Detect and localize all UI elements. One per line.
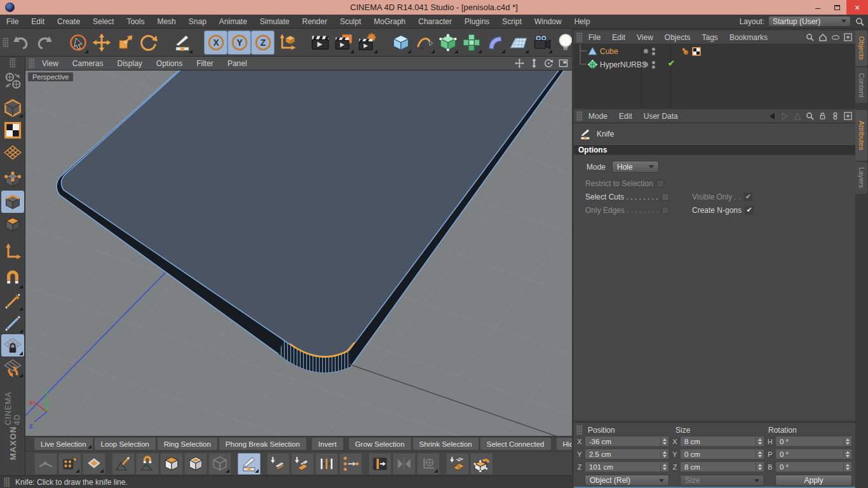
menu-script[interactable]: Script — [496, 17, 528, 26]
spinner[interactable] — [660, 437, 667, 445]
snap-button[interactable] — [1, 268, 24, 290]
add-hypernurbs-button[interactable] — [436, 30, 459, 55]
tab-content[interactable]: Content — [855, 67, 867, 103]
extrude-tool-button[interactable] — [160, 453, 183, 475]
bridge-tool-button[interactable] — [315, 453, 338, 475]
rail-grip[interactable] — [10, 58, 16, 68]
attributes-menu-mode[interactable]: Mode — [583, 112, 613, 121]
toolbar-grip[interactable] — [3, 37, 9, 48]
viewport-menu-panel[interactable]: Panel — [220, 59, 254, 68]
viewport-canvas[interactable]: Perspective — [25, 71, 574, 436]
size-x-field[interactable]: 8 cm — [680, 436, 764, 447]
eye-icon[interactable] — [831, 32, 840, 42]
minimize-button[interactable]: – — [808, 0, 827, 15]
objects-menu-objects[interactable]: Objects — [659, 33, 696, 42]
search-icon[interactable] — [805, 111, 815, 121]
model-mode-button[interactable] — [1, 97, 24, 119]
home-icon[interactable] — [818, 32, 827, 42]
extrude-inner-tool-button[interactable] — [184, 453, 207, 475]
select-cuts-checkbox[interactable] — [661, 193, 669, 201]
position-z-field[interactable]: 101 cm — [585, 461, 669, 472]
redo-button[interactable] — [32, 30, 56, 55]
invert-command[interactable]: Invert — [312, 438, 343, 450]
attributes-grip[interactable] — [576, 111, 583, 121]
add-environment-button[interactable] — [506, 30, 530, 55]
viewport-menu-view[interactable]: View — [35, 59, 65, 68]
workplane-align-button[interactable] — [1, 356, 24, 379]
tab-objects[interactable]: Objects — [855, 30, 867, 66]
hide-selected-command[interactable]: Hide Selected — [557, 438, 574, 450]
polygon-pen-tool-button[interactable] — [83, 453, 105, 475]
object-row-cube[interactable]: Cube — [574, 44, 855, 58]
create-point-tool-button[interactable] — [58, 453, 81, 475]
coords-grip[interactable] — [576, 425, 583, 435]
add-mograph-button[interactable] — [459, 30, 483, 55]
viewport-rotate-icon[interactable] — [543, 58, 554, 69]
viewport-view-label[interactable]: Perspective — [28, 72, 73, 81]
link-icon[interactable] — [831, 111, 840, 121]
history-back-icon[interactable] — [767, 111, 776, 121]
mirror-tool-button[interactable] — [393, 453, 416, 475]
add-deformer-button[interactable] — [483, 30, 506, 55]
object-label[interactable]: HyperNURBS — [600, 60, 647, 69]
lock-icon[interactable] — [818, 111, 827, 121]
menu-sculpt[interactable]: Sculpt — [334, 17, 367, 26]
menu-select[interactable]: Select — [86, 17, 120, 26]
visibility-dots[interactable] — [644, 48, 665, 55]
menu-render[interactable]: Render — [296, 17, 334, 26]
viewport-menu-cameras[interactable]: Cameras — [65, 59, 111, 68]
stitch-sew-tool-button[interactable] — [267, 453, 290, 475]
add-cube-button[interactable] — [389, 30, 412, 55]
add-camera-button[interactable] — [530, 30, 553, 55]
rotation-p-field[interactable]: 0 ° — [775, 449, 852, 459]
close-button[interactable]: × — [846, 0, 868, 15]
axis-center-tool-button[interactable] — [417, 453, 440, 475]
visibility-dots[interactable] — [644, 61, 665, 69]
objects-grip[interactable] — [576, 32, 583, 43]
lock-x-axis-button[interactable]: X — [204, 30, 227, 55]
search-icon[interactable] — [805, 32, 815, 42]
workplane-mode-button[interactable] — [1, 141, 24, 163]
coordinate-system-button[interactable] — [275, 30, 298, 55]
search-icon[interactable] — [855, 17, 864, 26]
add-panel-icon[interactable] — [843, 32, 853, 42]
magnet-mesh-tool-button[interactable] — [136, 453, 159, 475]
matrix-extrude-tool-button[interactable] — [470, 453, 493, 475]
options-section-header[interactable]: Options — [574, 144, 855, 155]
active-tool-knife-button[interactable] — [170, 30, 194, 55]
weld-tool-button[interactable] — [291, 453, 314, 475]
position-y-field[interactable]: 2.5 cm — [585, 449, 669, 459]
mode-dropdown[interactable]: Hole — [612, 161, 659, 173]
render-picture-viewer-button[interactable] — [332, 30, 355, 55]
points-mode-button[interactable] — [1, 168, 24, 191]
position-mode-dropdown[interactable]: Object (Rel) — [585, 475, 669, 486]
menu-animate[interactable]: Animate — [213, 17, 254, 26]
objects-menu-tags[interactable]: Tags — [696, 33, 724, 42]
tab-layers[interactable]: Layers — [855, 162, 867, 194]
object-label[interactable]: Cube — [600, 47, 618, 56]
axis-mode-button[interactable] — [1, 240, 24, 262]
make-editable-button[interactable] — [1, 69, 24, 92]
edges-mode-button[interactable] — [1, 191, 24, 213]
spinner[interactable] — [660, 450, 667, 458]
menu-tools[interactable]: Tools — [120, 17, 151, 26]
menu-mograph[interactable]: MoGraph — [367, 17, 412, 26]
menu-snap[interactable]: Snap — [182, 17, 213, 26]
only-edges-checkbox[interactable] — [661, 207, 669, 214]
ring-selection-command[interactable]: Ring Selection — [158, 438, 217, 450]
rotation-b-field[interactable]: 0 ° — [775, 461, 852, 472]
menu-simulate[interactable]: Simulate — [254, 17, 296, 26]
scale-button[interactable] — [113, 30, 137, 55]
menu-window[interactable]: Window — [528, 17, 568, 26]
live-selection-button[interactable] — [66, 30, 90, 55]
spinner[interactable] — [756, 437, 762, 445]
generator-enabled-check[interactable]: ✔ — [668, 58, 675, 68]
objects-menu-file[interactable]: File — [583, 33, 606, 42]
menu-character[interactable]: Character — [412, 17, 458, 26]
size-z-field[interactable]: 8 cm — [680, 461, 764, 472]
spline-pen-tool-button[interactable] — [1, 290, 24, 312]
spinner[interactable] — [843, 450, 850, 458]
attributes-menu-userdata[interactable]: User Data — [638, 112, 684, 121]
menu-mesh[interactable]: Mesh — [151, 17, 182, 26]
restrict-to-selection-checkbox[interactable] — [656, 180, 664, 187]
